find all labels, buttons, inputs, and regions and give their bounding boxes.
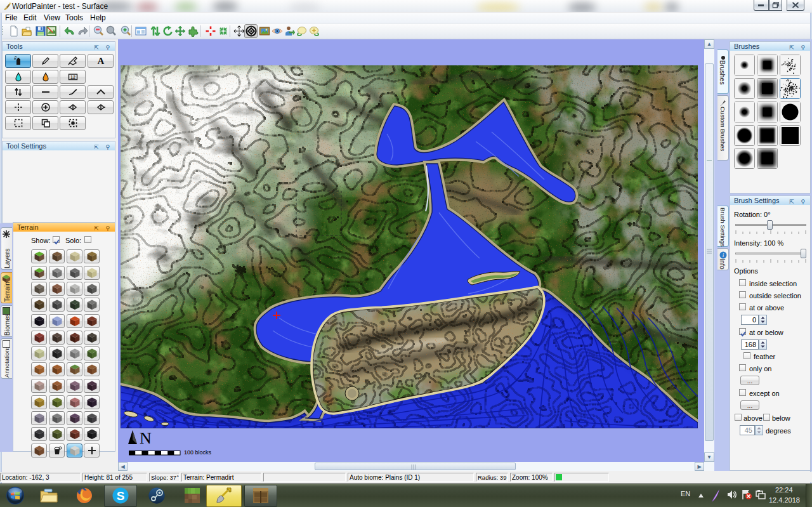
svg-text:A: A	[97, 56, 104, 66]
svg-text:N: N	[140, 429, 152, 445]
svg-text:a: a	[14, 56, 16, 60]
svg-text:12: 12	[70, 75, 75, 79]
svg-text:S: S	[117, 489, 125, 503]
